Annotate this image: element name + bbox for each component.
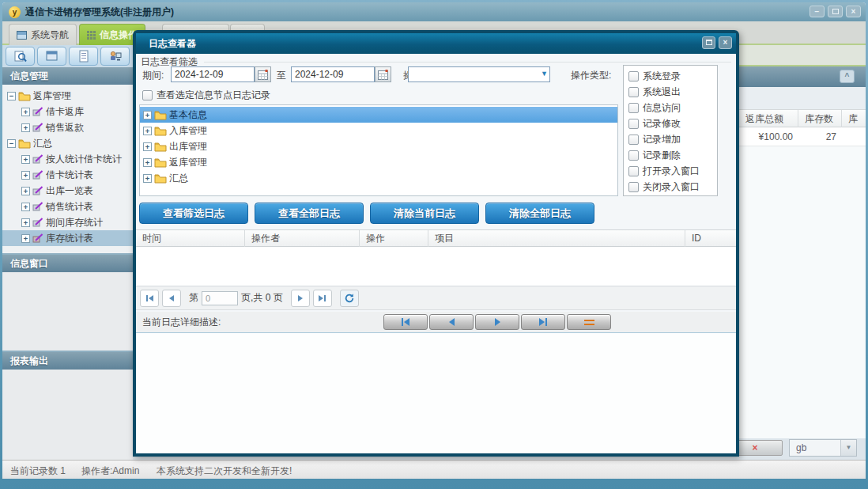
checkbox[interactable] [628, 71, 639, 82]
date-to-input[interactable] [291, 66, 375, 82]
last-page-button[interactable] [313, 290, 332, 307]
minimize-button[interactable]: − [810, 6, 825, 17]
collapse-panel-button[interactable]: ^ [840, 70, 855, 83]
op-type-option-label: 系统登录 [643, 70, 681, 83]
expand-node-icon[interactable]: + [143, 158, 152, 167]
op-type-option[interactable]: 打开录入窗口 [628, 163, 717, 179]
record-equals-button[interactable] [567, 314, 611, 330]
record-last-button[interactable] [521, 314, 565, 330]
sidebar-item-stock-stats-table[interactable]: + 库存统计表 [2, 230, 133, 246]
dialog-maximize-button[interactable] [702, 36, 715, 49]
record-next-button[interactable] [475, 314, 519, 330]
expand-node-icon[interactable]: + [21, 218, 30, 227]
table-window-icon [46, 50, 58, 63]
chevron-down-icon[interactable]: ▼ [541, 70, 548, 78]
column-header-time: 时间 [136, 230, 245, 248]
page-number-input[interactable] [202, 291, 238, 305]
op-type-option[interactable]: 系统退出 [628, 84, 717, 100]
checkbox[interactable] [142, 90, 153, 100]
op-type-option[interactable]: 记录删除 [628, 147, 717, 163]
tab-system-nav[interactable]: 系统导航 [9, 24, 77, 45]
tree-item-outbound-mgmt[interactable]: + 出库管理 [140, 138, 617, 154]
tree-item-summary[interactable]: + 汇总 [140, 170, 617, 186]
checkbox[interactable] [628, 103, 639, 113]
language-select[interactable]: gb ▼ [789, 439, 857, 457]
next-page-icon [298, 295, 303, 301]
expand-node-icon[interactable]: + [21, 187, 30, 195]
op-type-option[interactable]: 关闭录入窗口 [628, 179, 717, 195]
checkbox[interactable] [628, 119, 639, 129]
operator-combobox[interactable]: ▼ [408, 66, 550, 82]
op-type-option-label: 打开录入窗口 [643, 165, 700, 178]
folder-icon [18, 138, 31, 149]
checkbox[interactable] [628, 150, 639, 161]
sidebar-header-info-management: 信息管理 [2, 67, 133, 85]
node-filter-option[interactable]: 查看选定信息节点日志记录 [142, 89, 270, 102]
sidebar-toolbar [2, 45, 133, 67]
collapse-node-icon[interactable]: − [7, 92, 16, 100]
tree-item-basic-info[interactable]: + 基本信息 [140, 107, 617, 123]
window-title: 通信卡进销存管理系统(非注册用户) [25, 6, 174, 19]
report-document-button[interactable] [69, 47, 98, 66]
expand-node-icon[interactable]: + [21, 155, 30, 164]
clear-current-logs-button[interactable]: 清除当前日志 [370, 203, 479, 224]
view-filtered-logs-button[interactable]: 查看筛选日志 [139, 203, 248, 224]
sidebar-header-report-output: 报表输出 [2, 352, 133, 370]
date-to-picker-button[interactable] [375, 66, 391, 82]
tree-item-return-mgmt[interactable]: + 返库管理 [140, 154, 617, 170]
op-type-option[interactable]: 信息访问 [628, 100, 717, 116]
prev-page-button[interactable] [162, 290, 181, 307]
operator-log-button[interactable] [100, 47, 130, 66]
expand-node-icon[interactable]: + [21, 203, 30, 211]
record-prev-button[interactable] [429, 314, 474, 330]
prev-page-icon [169, 295, 174, 301]
expand-node-icon[interactable]: + [21, 123, 30, 132]
collapse-node-icon[interactable]: − [7, 139, 16, 148]
checkbox[interactable] [628, 166, 639, 176]
sidebar-item-outbound-list[interactable]: + 出库一览表 [2, 183, 133, 199]
op-type-option-label: 记录删除 [643, 149, 681, 162]
preview-search-button[interactable] [6, 47, 35, 66]
sidebar-item-card-return[interactable]: + 借卡返库 [2, 104, 133, 119]
tree-item-inbound-mgmt[interactable]: + 入库管理 [140, 123, 617, 138]
next-page-button[interactable] [291, 290, 310, 307]
column-header-operator: 操作者 [245, 230, 360, 248]
window-view-button[interactable] [37, 47, 66, 66]
expand-node-icon[interactable]: + [21, 108, 30, 116]
op-type-option[interactable]: 记录增加 [628, 131, 717, 147]
checkbox[interactable] [628, 87, 639, 97]
report-wand-icon [32, 154, 43, 164]
op-type-option[interactable]: 系统登录 [628, 68, 717, 84]
refresh-button[interactable] [340, 290, 359, 307]
op-type-option-label: 记录增加 [643, 133, 681, 146]
folder-icon [154, 157, 167, 168]
dialog-close-button[interactable]: × [719, 36, 732, 49]
expand-node-icon[interactable]: + [21, 234, 30, 243]
sidebar-item-period-stock-stats[interactable]: + 期间库存统计 [2, 214, 133, 230]
sidebar-item-summary[interactable]: − 汇总 [2, 135, 133, 151]
restore-button[interactable] [828, 6, 843, 17]
view-all-logs-button[interactable]: 查看全部日志 [255, 203, 364, 224]
record-first-button[interactable] [383, 314, 428, 330]
expand-node-icon[interactable]: + [143, 142, 152, 151]
first-page-button[interactable] [140, 290, 159, 307]
checkbox[interactable] [628, 135, 639, 145]
sidebar-item-sales-refund[interactable]: + 销售返款 [2, 119, 133, 135]
expand-node-icon[interactable]: + [143, 174, 152, 183]
date-from-picker-button[interactable] [255, 66, 271, 82]
expand-node-icon[interactable]: + [143, 111, 152, 119]
to-label: 至 [277, 69, 286, 82]
close-button[interactable]: × [846, 6, 861, 17]
sidebar-item-per-person-card-stats[interactable]: + 按人统计借卡统计 [2, 151, 133, 167]
expand-node-icon[interactable]: + [143, 127, 152, 135]
sidebar-item-return-mgmt[interactable]: − 返库管理 [2, 88, 133, 104]
clear-all-logs-button[interactable]: 清除全部日志 [485, 203, 594, 224]
date-from-input[interactable] [171, 66, 255, 82]
op-type-option[interactable]: 记录修改 [628, 116, 717, 131]
sidebar-item-sales-stats[interactable]: + 销售统计表 [2, 199, 133, 214]
expand-node-icon[interactable]: + [21, 171, 30, 180]
checkbox[interactable] [628, 182, 639, 192]
report-wand-icon [32, 107, 43, 116]
sidebar-item-card-stats-table[interactable]: + 借卡统计表 [2, 167, 133, 183]
chevron-down-icon[interactable]: ▼ [840, 440, 856, 456]
